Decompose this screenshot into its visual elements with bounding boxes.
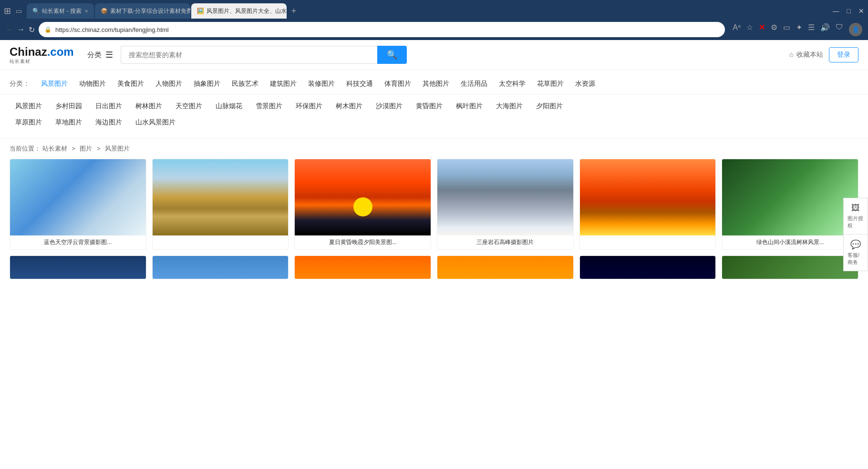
new-tab-button[interactable]: + xyxy=(288,4,300,18)
cat-huacao[interactable]: 花草图片 xyxy=(531,78,569,90)
tab-3-label: 风景图片、风景图片大全、山水... xyxy=(207,7,287,15)
image-card-11[interactable] xyxy=(579,255,716,279)
image-card-3[interactable]: 夏日黄昏晚霞夕阳美景图... xyxy=(294,159,431,250)
minimize-button[interactable]: — xyxy=(833,7,839,15)
sub-haibian[interactable]: 海边图片 xyxy=(90,116,128,129)
search-button[interactable]: 🔍 xyxy=(377,46,407,64)
address-text[interactable]: https://sc.chinaz.com/tupian/fengjing.ht… xyxy=(55,26,719,33)
image-card-1[interactable]: 蓝色天空浮云背景摄影图... xyxy=(10,159,146,250)
breadcrumb: 当前位置： 站长素材 > 图片 > 风景图片 xyxy=(0,139,868,159)
image-grid: 蓝色天空浮云背景摄影图... 夏日黄昏晚霞夕阳美景图... 三座岩石高峰摄影图片 xyxy=(0,159,868,289)
sub-fengjing[interactable]: 风景图片 xyxy=(10,100,48,112)
cat-zhuangxiu[interactable]: 装修图片 xyxy=(302,78,341,90)
cat-minzu[interactable]: 民族艺术 xyxy=(226,78,264,90)
image-card-10[interactable] xyxy=(437,255,574,279)
hamburger-icon[interactable]: ☰ xyxy=(105,50,113,60)
breadcrumb-pics[interactable]: 图片 xyxy=(80,145,92,152)
tab-1-close[interactable]: ✕ xyxy=(84,9,88,14)
back-button[interactable]: ← xyxy=(6,25,13,34)
sidebar-toggle-icon[interactable]: ▭ xyxy=(16,7,22,15)
cat-shuiziyuan[interactable]: 水资源 xyxy=(569,78,601,90)
cat-keji[interactable]: 科技交通 xyxy=(341,78,379,90)
sub-shanshui[interactable]: 山水风景图片 xyxy=(130,116,181,129)
extensions-icon[interactable]: ⚙ xyxy=(771,23,777,36)
classify-label[interactable]: 分类 xyxy=(87,51,102,60)
cat-dongwu[interactable]: 动物图片 xyxy=(73,78,112,90)
forward-button[interactable]: → xyxy=(17,25,25,34)
sub-xiyang[interactable]: 夕阳图片 xyxy=(530,100,568,112)
image-thumb-9 xyxy=(295,256,431,279)
close-button[interactable]: ✕ xyxy=(858,7,864,15)
breadcrumb-prefix: 当前位置： xyxy=(10,145,41,152)
maximize-button[interactable]: □ xyxy=(847,7,851,15)
image-card-2[interactable] xyxy=(152,159,289,250)
image-card-5[interactable] xyxy=(579,159,716,250)
cat-fengjing[interactable]: 风景图片 xyxy=(35,78,73,90)
sub-dahai[interactable]: 大海图片 xyxy=(490,100,528,112)
image-card-8[interactable] xyxy=(152,255,289,279)
shield-icon[interactable]: 🛡 xyxy=(836,23,843,36)
tab-3[interactable]: 🖼️ 风景图片、风景图片大全、山水... ✕ xyxy=(191,3,287,19)
sub-xiangcun[interactable]: 乡村田园 xyxy=(50,100,88,112)
cat-taikong[interactable]: 太空科学 xyxy=(493,78,531,90)
sub-richu[interactable]: 日出图片 xyxy=(90,100,128,112)
sub-shumu[interactable]: 树木图片 xyxy=(330,100,368,112)
x-icon[interactable]: ✕ xyxy=(759,23,765,36)
profile-icon[interactable]: 👤 xyxy=(849,23,862,36)
immersive-reader-icon[interactable]: 🔊 xyxy=(820,23,830,36)
image-card-9[interactable] xyxy=(294,255,431,279)
tab-1-label: 站长素材 - 搜索 xyxy=(42,7,82,15)
cat-qita[interactable]: 其他图片 xyxy=(417,78,455,90)
sub-caodi[interactable]: 草地图片 xyxy=(50,116,88,129)
breadcrumb-home[interactable]: 站长素材 xyxy=(42,145,67,152)
bookmark-star-icon: ☆ xyxy=(788,51,795,59)
split-view-icon[interactable]: ▭ xyxy=(783,23,790,36)
favorites-icon[interactable]: ☆ xyxy=(746,23,753,36)
image-card-6[interactable]: 绿色山间小溪流树林风景... xyxy=(722,159,858,250)
image-license-button[interactable]: 🖼 图片授权 xyxy=(843,198,868,234)
reload-button[interactable]: ↻ xyxy=(29,25,35,34)
cat-meishi[interactable]: 美食图片 xyxy=(112,78,150,90)
site-logo[interactable]: Chinaz.com 站长素材 xyxy=(10,46,74,63)
sub-caoyuan[interactable]: 草原图片 xyxy=(10,116,48,129)
browser-apps-icon[interactable]: ⊞ xyxy=(4,6,11,16)
login-button[interactable]: 登录 xyxy=(829,47,858,62)
image-card-12[interactable] xyxy=(722,255,858,279)
tab-2[interactable]: 📦 素材下载-分享综合设计素材免费... ✕ xyxy=(95,3,190,19)
breadcrumb-sep-2: > xyxy=(97,145,102,152)
tab-1-favicon: 🔍 xyxy=(32,8,39,14)
cat-tiyu[interactable]: 体育图片 xyxy=(379,78,417,90)
category-main-row: 分类： 风景图片 动物图片 美食图片 人物图片 抽象图片 民族艺术 建筑图片 装… xyxy=(10,78,858,90)
image-thumb-3 xyxy=(295,159,431,235)
sub-shamo[interactable]: 沙漠图片 xyxy=(370,100,408,112)
search-input[interactable] xyxy=(121,46,377,64)
browser-chrome: ⊞ ▭ 🔍 站长素材 - 搜索 ✕ 📦 素材下载-分享综合设计素材免费... ✕… xyxy=(0,0,868,40)
cat-shenghuo[interactable]: 生活用品 xyxy=(455,78,493,90)
sub-tiankong[interactable]: 天空图片 xyxy=(170,100,208,112)
sub-fengye[interactable]: 枫叶图片 xyxy=(450,100,488,112)
read-mode-icon[interactable]: Aᵃ xyxy=(733,23,741,36)
image-card-7[interactable] xyxy=(10,255,146,279)
image-caption-4: 三座岩石高峰摄影图片 xyxy=(437,235,573,249)
bookmark-button[interactable]: ☆ 收藏本站 xyxy=(788,51,823,59)
address-bar: ← → ↻ 🔒 https://sc.chinaz.com/tupian/fen… xyxy=(0,19,868,40)
category-sub: 风景图片 乡村田园 日出图片 树林图片 天空图片 山脉烟花 雪景图片 环保图片 … xyxy=(0,94,868,139)
image-card-4[interactable]: 三座岩石高峰摄影图片 xyxy=(437,159,574,250)
sub-xuejing[interactable]: 雪景图片 xyxy=(250,100,288,112)
tab-1[interactable]: 🔍 站长素材 - 搜索 ✕ xyxy=(27,3,94,19)
sub-huanghun[interactable]: 黄昏图片 xyxy=(410,100,448,112)
image-thumb-4 xyxy=(437,159,573,235)
sub-huanbao[interactable]: 环保图片 xyxy=(290,100,328,112)
sub-shanmai[interactable]: 山脉烟花 xyxy=(210,100,248,112)
favorites-star-icon[interactable]: ✦ xyxy=(796,23,802,36)
image-license-icon: 🖼 xyxy=(851,203,860,213)
customer-service-button[interactable]: 💬 客服/商务 xyxy=(843,234,868,271)
collections-icon[interactable]: ☰ xyxy=(808,23,815,36)
customer-service-label: 客服/商务 xyxy=(847,252,864,266)
site-header: Chinaz.com 站长素材 分类 ☰ 🔍 ☆ 收藏本站 登录 xyxy=(0,40,868,70)
cat-chouxiang[interactable]: 抽象图片 xyxy=(188,78,226,90)
cat-jianzhu[interactable]: 建筑图片 xyxy=(264,78,302,90)
cat-renwen[interactable]: 人物图片 xyxy=(150,78,188,90)
image-thumb-6 xyxy=(722,159,858,235)
sub-shulin[interactable]: 树林图片 xyxy=(130,100,168,112)
